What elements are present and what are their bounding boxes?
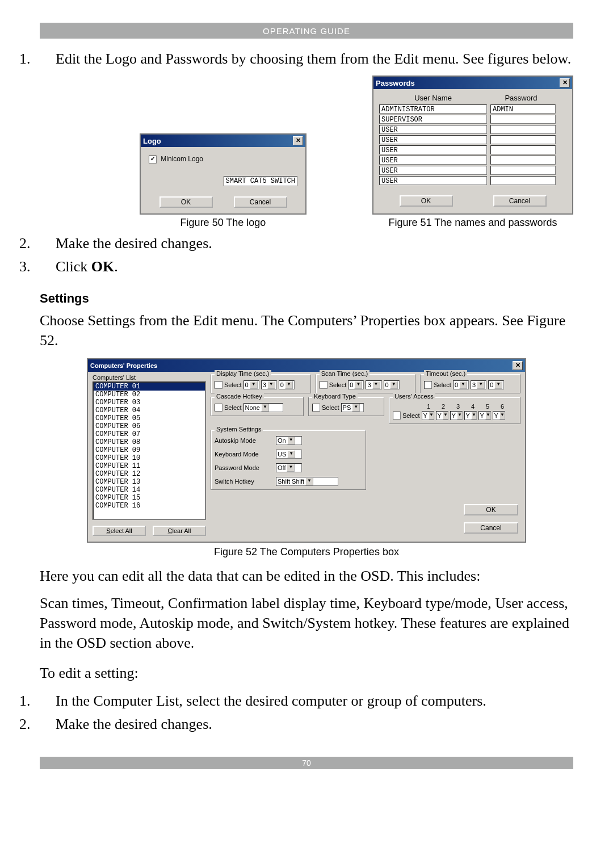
ua-dd-6[interactable]: Y▼: [493, 411, 505, 420]
list-item[interactable]: COMPUTER 16: [94, 502, 205, 510]
timeout-d1[interactable]: 0▼: [453, 380, 469, 389]
password-field[interactable]: [490, 166, 556, 175]
ua-dd-5[interactable]: Y▼: [478, 411, 491, 420]
list-item[interactable]: COMPUTER 14: [94, 486, 205, 494]
list-item[interactable]: COMPUTER 06: [94, 422, 205, 430]
display-time-d1[interactable]: 0▼: [243, 380, 259, 389]
logo-cancel-button[interactable]: Cancel: [234, 196, 287, 208]
chevron-down-icon[interactable]: ▼: [459, 381, 467, 389]
list-item[interactable]: COMPUTER 09: [94, 446, 205, 454]
chevron-down-icon[interactable]: ▼: [285, 381, 293, 389]
user-name-field[interactable]: USER: [379, 125, 487, 134]
list-item[interactable]: COMPUTER 12: [94, 470, 205, 478]
password-field[interactable]: [490, 156, 556, 165]
chevron-down-icon[interactable]: ▼: [267, 381, 275, 389]
list-item[interactable]: COMPUTER 02: [94, 391, 205, 399]
password-field[interactable]: [490, 145, 556, 154]
chevron-down-icon[interactable]: ▼: [390, 381, 398, 389]
ua-col-4: 4: [467, 403, 479, 410]
chevron-down-icon[interactable]: ▼: [287, 450, 295, 458]
users-access-select-label: Select: [402, 412, 420, 419]
chevron-down-icon[interactable]: ▼: [287, 437, 295, 445]
chevron-down-icon[interactable]: ▼: [477, 381, 485, 389]
scan-time-d3[interactable]: 0▼: [384, 380, 400, 389]
list-item[interactable]: COMPUTER 05: [94, 414, 205, 422]
chevron-down-icon[interactable]: ▼: [499, 412, 505, 420]
timeout-legend: Timeout (sec.): [424, 370, 467, 377]
select-all-button[interactable]: Select All: [93, 526, 146, 536]
display-time-d3[interactable]: 0▼: [279, 380, 295, 389]
timeout-d2[interactable]: 3▼: [471, 380, 486, 389]
users-access-checkbox[interactable]: [393, 412, 401, 420]
computers-properties-dialog: Computers' Properties ✕ Computers' List …: [87, 358, 526, 543]
ua-dd-4[interactable]: Y▼: [464, 411, 477, 420]
cp-cancel-button[interactable]: Cancel: [464, 522, 518, 534]
logo-ok-button[interactable]: OK: [159, 196, 213, 208]
keyboard-mode-dropdown[interactable]: US▼: [276, 450, 302, 459]
chevron-down-icon[interactable]: ▼: [354, 381, 362, 389]
timeout-checkbox[interactable]: [424, 381, 432, 389]
ua-dd-1[interactable]: Y▼: [422, 411, 434, 420]
close-icon[interactable]: ✕: [560, 78, 570, 87]
ua-dd-2[interactable]: Y▼: [436, 411, 448, 420]
chevron-down-icon[interactable]: ▼: [457, 412, 463, 420]
display-time-checkbox[interactable]: [215, 381, 222, 389]
chevron-down-icon[interactable]: ▼: [494, 381, 502, 389]
passwords-ok-button[interactable]: OK: [400, 195, 453, 207]
keyboard-type-dropdown[interactable]: PS▼: [341, 403, 364, 412]
scan-time-checkbox[interactable]: [320, 381, 328, 389]
display-time-d2[interactable]: 3▼: [261, 380, 277, 389]
chevron-down-icon[interactable]: ▼: [250, 381, 258, 389]
password-field[interactable]: ADMIN: [490, 104, 556, 114]
list-item[interactable]: COMPUTER 08: [94, 438, 205, 446]
password-field[interactable]: [490, 125, 556, 134]
list-item[interactable]: COMPUTER 13: [94, 478, 205, 486]
chevron-down-icon[interactable]: ▼: [287, 464, 295, 472]
list-item[interactable]: COMPUTER 15: [94, 494, 205, 502]
close-icon[interactable]: ✕: [293, 136, 303, 145]
user-name-field[interactable]: USER: [379, 156, 487, 165]
password-mode-dropdown[interactable]: Off▼: [276, 463, 302, 472]
list-item[interactable]: COMPUTER 01: [94, 383, 205, 391]
cascade-dropdown[interactable]: None▼: [243, 403, 283, 412]
step-2-text: Make the desired changes.: [56, 235, 212, 251]
scan-time-d1[interactable]: 0▼: [348, 380, 364, 389]
user-name-field[interactable]: USER: [379, 135, 487, 144]
user-name-field[interactable]: USER: [379, 145, 487, 154]
list-item[interactable]: COMPUTER 11: [94, 462, 205, 470]
user-name-field[interactable]: USER: [379, 176, 487, 185]
scan-time-d2[interactable]: 3▼: [366, 380, 381, 389]
chevron-down-icon[interactable]: ▼: [261, 404, 269, 412]
computers-list[interactable]: COMPUTER 01 COMPUTER 02 COMPUTER 03 COMP…: [93, 381, 206, 520]
password-field[interactable]: [490, 115, 556, 124]
chevron-down-icon[interactable]: ▼: [471, 412, 477, 420]
switch-hotkey-dropdown[interactable]: Shift Shift▼: [276, 477, 338, 486]
close-icon[interactable]: ✕: [513, 361, 523, 370]
cascade-checkbox[interactable]: [215, 404, 222, 412]
logo-text-input[interactable]: SMART CAT5 SWITCH: [224, 176, 297, 186]
list-item[interactable]: COMPUTER 10: [94, 454, 205, 462]
chevron-down-icon[interactable]: ▼: [443, 412, 448, 420]
list-item[interactable]: COMPUTER 03: [94, 399, 205, 406]
chevron-down-icon[interactable]: ▼: [429, 412, 434, 420]
chevron-down-icon[interactable]: ▼: [372, 381, 380, 389]
minicom-logo-checkbox[interactable]: ✔: [149, 156, 157, 163]
list-item[interactable]: COMPUTER 07: [94, 430, 205, 438]
cp-ok-button[interactable]: OK: [464, 504, 518, 515]
timeout-d3[interactable]: 0▼: [488, 380, 504, 389]
list-item[interactable]: COMPUTER 04: [94, 406, 205, 414]
minicom-logo-label: Minicom Logo: [161, 155, 203, 163]
user-name-field[interactable]: SUPERVISOR: [379, 115, 487, 124]
user-name-field[interactable]: ADMINISTRATOR: [379, 104, 487, 114]
user-name-field[interactable]: USER: [379, 166, 487, 175]
chevron-down-icon[interactable]: ▼: [485, 412, 491, 420]
password-field[interactable]: [490, 176, 556, 185]
password-field[interactable]: [490, 135, 556, 144]
chevron-down-icon[interactable]: ▼: [352, 404, 360, 412]
keyboard-type-checkbox[interactable]: [312, 404, 320, 412]
chevron-down-icon[interactable]: ▼: [305, 477, 313, 485]
autoskip-dropdown[interactable]: On▼: [276, 436, 302, 445]
passwords-cancel-button[interactable]: Cancel: [493, 195, 547, 207]
ua-dd-3[interactable]: Y▼: [450, 411, 463, 420]
clear-all-button[interactable]: Clear All: [153, 526, 206, 536]
